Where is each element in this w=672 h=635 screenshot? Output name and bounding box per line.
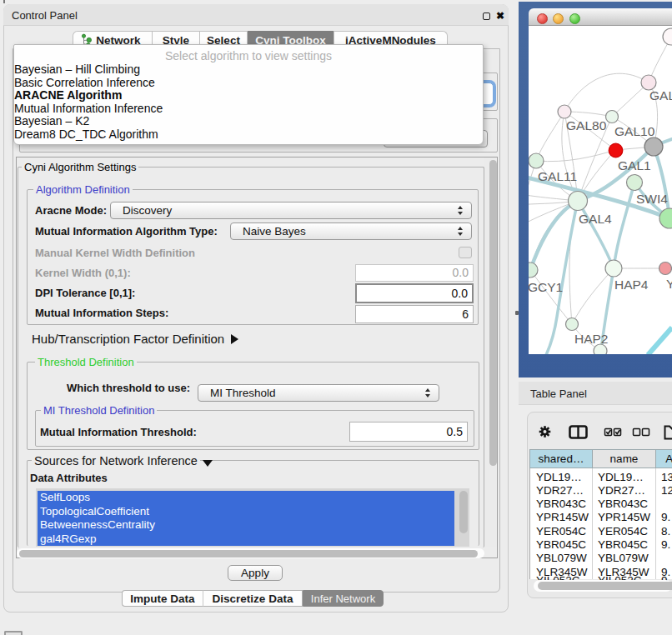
svg-text:GAL1: GAL1 xyxy=(618,158,651,172)
svg-text:GAL4: GAL4 xyxy=(579,212,612,226)
svg-text:GCY1: GCY1 xyxy=(529,280,563,294)
svg-text:GAL10: GAL10 xyxy=(614,124,655,138)
svg-text:SWI4: SWI4 xyxy=(636,192,668,206)
svg-text:HAP2: HAP2 xyxy=(574,332,609,346)
svg-text:GAL80: GAL80 xyxy=(566,118,607,132)
svg-text:Y: Y xyxy=(666,277,672,291)
svg-text:GAL: GAL xyxy=(649,88,672,102)
svg-text:HAP4: HAP4 xyxy=(614,278,649,292)
svg-text:GAL11: GAL11 xyxy=(538,169,577,183)
